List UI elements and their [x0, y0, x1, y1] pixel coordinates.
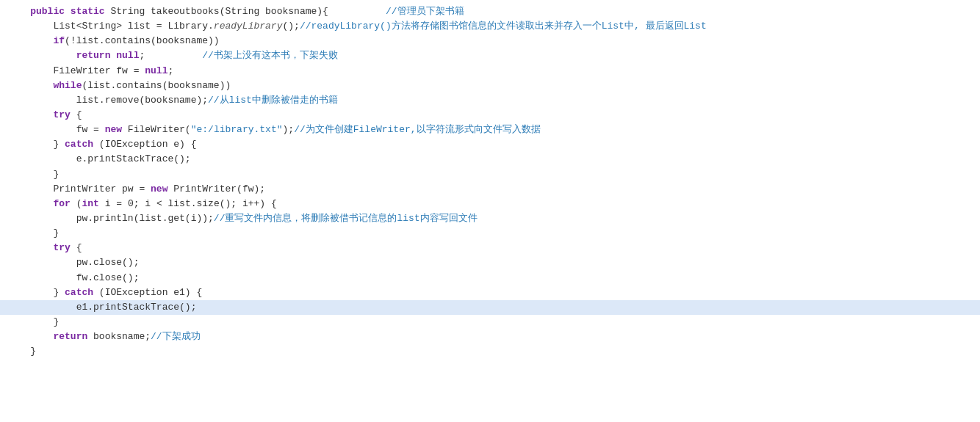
- line-content: public static String takeoutbooks(String…: [7, 4, 973, 19]
- code-token: readyLibrary: [214, 21, 283, 32]
- code-line: e1.printStackTrace();: [0, 300, 980, 315]
- code-token: //重写文件内信息，将删除被借书记信息的list内容写回文件: [214, 213, 478, 224]
- line-content: e1.printStackTrace();: [7, 300, 973, 315]
- code-token: pw.close();: [76, 257, 140, 268]
- code-line: return null; //书架上没有这本书，下架失败: [0, 48, 980, 63]
- line-content: pw.println(list.get(i));//重写文件内信息，将删除被借书…: [7, 211, 973, 226]
- line-content: fw = new FileWriter("e:/library.txt");//…: [7, 123, 973, 137]
- code-token: }: [30, 346, 36, 357]
- code-line: } catch (IOException e) {: [0, 137, 980, 152]
- code-token: (!list.contains(booksname)): [65, 35, 220, 46]
- code-line: return booksname;//下架成功: [0, 330, 980, 344]
- code-line: }: [0, 167, 980, 182]
- code-line: }: [0, 344, 980, 359]
- code-token: null: [145, 65, 167, 76]
- code-token: booksname;: [93, 331, 151, 342]
- code-token: null: [116, 50, 139, 61]
- code-line: public static String takeoutbooks(String…: [0, 4, 980, 19]
- code-line: }: [0, 226, 980, 241]
- code-token: }: [53, 228, 59, 239]
- line-content: pw.close();: [7, 255, 973, 270]
- line-content: while(list.contains(booksname)): [7, 79, 973, 93]
- code-token: //下架成功: [151, 331, 201, 342]
- code-token: {: [76, 109, 82, 120]
- code-token: e1.printStackTrace();: [76, 302, 197, 313]
- code-line: try {: [0, 108, 980, 123]
- line-content: }: [7, 226, 973, 241]
- code-line: PrintWriter pw = new PrintWriter(fw);: [0, 182, 980, 197]
- code-line: while(list.contains(booksname)): [0, 79, 980, 93]
- code-token: return: [76, 50, 117, 61]
- code-line: fw.close();: [0, 271, 980, 285]
- code-line: pw.close();: [0, 255, 980, 270]
- line-content: if(!list.contains(booksname)): [7, 34, 973, 48]
- code-token: }: [53, 139, 65, 150]
- code-token: PrintWriter pw =: [53, 183, 151, 194]
- code-line: fw = new FileWriter("e:/library.txt");//…: [0, 123, 980, 137]
- code-token: pw.println(list.get(i));: [76, 213, 214, 224]
- code-token: PrintWriter(fw);: [173, 183, 265, 194]
- code-token: new: [151, 183, 173, 194]
- code-token: fw =: [76, 124, 105, 135]
- line-content: }: [7, 344, 973, 359]
- code-token: }: [53, 169, 59, 180]
- code-editor: public static String takeoutbooks(String…: [0, 0, 980, 422]
- line-content: } catch (IOException e) {: [7, 137, 973, 152]
- code-token: while: [53, 80, 82, 91]
- code-token: ;: [167, 65, 173, 76]
- code-token: fw.close();: [76, 272, 140, 283]
- code-line: } catch (IOException e1) {: [0, 285, 980, 300]
- code-line: if(!list.contains(booksname)): [0, 34, 980, 48]
- code-token: new: [105, 124, 128, 135]
- line-content: return null; //书架上没有这本书，下架失败: [7, 48, 973, 63]
- line-content: try {: [7, 241, 973, 255]
- code-token: int: [82, 198, 104, 209]
- code-token: try: [53, 242, 76, 253]
- code-token: (list.contains(booksname)): [82, 80, 231, 91]
- code-token: for: [53, 198, 76, 209]
- code-line: FileWriter fw = null;: [0, 64, 980, 79]
- line-content: List<String> list = Library.readyLibrary…: [7, 19, 973, 34]
- code-token: ();: [282, 21, 299, 32]
- code-token: public static: [30, 6, 110, 17]
- code-line: pw.println(list.get(i));//重写文件内信息，将删除被借书…: [0, 211, 980, 226]
- code-token: "e:/library.txt": [191, 124, 283, 135]
- code-token: i = 0; i < list.size(); i++) {: [105, 198, 277, 209]
- code-token: //readyLibrary()方法将存储图书馆信息的文件读取出来并存入一个Li…: [300, 21, 707, 32]
- line-content: } catch (IOException e1) {: [7, 285, 973, 300]
- code-token: //为文件创建FileWriter,以字符流形式向文件写入数据: [294, 124, 540, 135]
- code-token: {: [76, 242, 82, 253]
- code-line: for (int i = 0; i < list.size(); i++) {: [0, 197, 980, 211]
- code-token: FileWriter(: [128, 124, 191, 135]
- line-content: }: [7, 315, 973, 330]
- code-token: //从list中删除被借走的书籍: [208, 95, 338, 106]
- line-content: for (int i = 0; i < list.size(); i++) {: [7, 197, 973, 211]
- code-token: List<String> list = Library.: [53, 21, 213, 32]
- code-line: }: [0, 315, 980, 330]
- line-content: return booksname;//下架成功: [7, 330, 973, 344]
- code-token: catch: [65, 287, 99, 298]
- code-token: e.printStackTrace();: [76, 153, 191, 164]
- line-content: FileWriter fw = null;: [7, 64, 973, 79]
- code-token: (IOException e) {: [99, 139, 197, 150]
- line-content: list.remove(booksname);//从list中删除被借走的书籍: [7, 93, 973, 108]
- code-token: String takeoutbooks(String booksname){: [110, 6, 328, 17]
- line-content: }: [7, 167, 973, 182]
- code-token: if: [53, 35, 65, 46]
- code-line: list.remove(booksname);//从list中删除被借走的书籍: [0, 93, 980, 108]
- code-token: );: [283, 124, 295, 135]
- code-line: try {: [0, 241, 980, 255]
- code-token: try: [53, 109, 76, 120]
- code-token: }: [53, 287, 65, 298]
- code-token: catch: [65, 139, 99, 150]
- code-line: e.printStackTrace();: [0, 152, 980, 167]
- line-content: try {: [7, 108, 973, 123]
- code-token: list.remove(booksname);: [76, 95, 208, 106]
- line-content: fw.close();: [7, 271, 973, 285]
- code-token: return: [53, 331, 93, 342]
- code-token: }: [53, 316, 59, 327]
- code-line: List<String> list = Library.readyLibrary…: [0, 19, 980, 34]
- code-token: (IOException e1) {: [99, 287, 202, 298]
- line-content: PrintWriter pw = new PrintWriter(fw);: [7, 182, 973, 197]
- code-token: //管理员下架书籍: [328, 6, 464, 17]
